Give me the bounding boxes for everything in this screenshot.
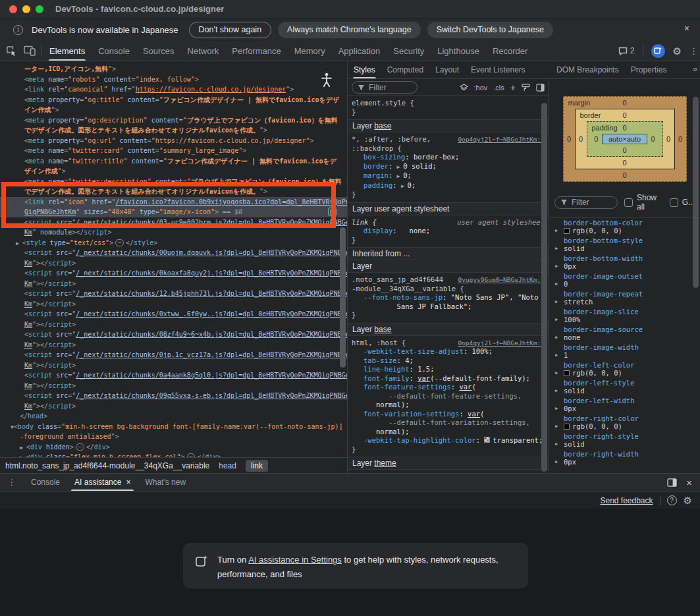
checkbox-icon[interactable] (624, 198, 633, 207)
stylesheet-source-link[interactable]: 0op4qyj2l~f⋯NBGeJhtKm:1 (458, 339, 545, 348)
expand-arrow-icon[interactable]: ▶ (555, 370, 558, 378)
computed-property[interactable]: border-bottom-width0px▶ (549, 254, 700, 271)
css-declaration[interactable]: margin: ▶ 0; (352, 171, 545, 181)
dom-tree-row[interactable]: <script src="/_next/static/chunks/00uojm… (0, 248, 347, 258)
resource-link[interactable]: /favicon.ico?favicon.0b9xijyoqosba.ico?d… (116, 198, 347, 206)
styles-pane-scrollbar[interactable] (541, 103, 547, 472)
resource-link[interactable]: Km (24, 280, 32, 287)
css-declaration[interactable]: box-sizing: border-box; (352, 153, 545, 162)
expand-arrow-icon[interactable]: ▶ (555, 441, 558, 449)
sidebar-tab-properties[interactable]: Properties (625, 61, 673, 78)
section-link[interactable]: theme (374, 459, 396, 468)
dom-tree-row[interactable]: Km"></script> (0, 360, 347, 371)
dom-tree-row[interactable]: Km"></script> (0, 340, 347, 350)
dom-tree-row[interactable]: Km"></script> (0, 381, 347, 391)
css-rule[interactable]: element.style {} (348, 96, 549, 120)
dom-tree-row[interactable]: でデザイン作成。図形とテキストを組み合わせてオリジナルfaviconを作成。"> (0, 125, 347, 136)
resource-link[interactable]: Km (24, 300, 32, 308)
stylesheet-source-link[interactable]: user agent stylesheet (457, 218, 545, 227)
resource-link[interactable]: /_next/static/chunks/09q55vxa-s-eb.js?dp… (76, 392, 347, 399)
dom-tree-row[interactable]: <link rel="canonical" href="https://favi… (0, 84, 347, 95)
dom-tree-row[interactable]: ▶ <div hidden>⋯</div> (0, 442, 347, 453)
dom-tree-row[interactable]: Km" nomodule></script> (0, 227, 347, 238)
css-rule[interactable]: 0vugys96um0⋯NBGeJhtKm:1.noto_sans_jp_ad4… (348, 273, 549, 323)
computed-property[interactable]: border-image-width1▶ (549, 343, 700, 360)
dom-tree-row[interactable]: Km"></script> (0, 279, 347, 289)
box-model-diagram[interactable]: margin0 0 border0 0 padding0 0 auto×auto (549, 79, 700, 182)
tab-lighthouse[interactable]: Lighthouse (431, 41, 486, 61)
resource-link[interactable]: https://favicon.c-cloud.co.jp/designer (136, 86, 286, 93)
css-declaration[interactable]: font-family: var(--default-font-family); (352, 374, 545, 383)
ai-settings-link[interactable]: AI assistance in Settings (248, 555, 342, 565)
dom-tree-row[interactable]: ▶ <div class="flex min-h-screen flex-col… (0, 452, 347, 457)
sidebar-tab-event-listeners[interactable]: Event Listeners (465, 61, 531, 78)
dom-tree-row[interactable]: <meta property="og:url" content="https:/… (0, 136, 347, 146)
accessibility-person-icon[interactable] (319, 72, 334, 88)
styles-section-header[interactable]: Layer (348, 260, 549, 273)
computed-property[interactable]: border-right-stylesolid▶ (549, 432, 700, 449)
dom-tree-row[interactable]: <script src="/_next/static/chunks/08zf4u… (0, 329, 347, 340)
expand-arrow-icon[interactable]: ▶ (555, 405, 558, 413)
toggle-classes-button[interactable]: .cls (493, 84, 504, 92)
expand-arrow-icon[interactable]: ▶ (20, 445, 26, 451)
drawer-tab-what-s-new[interactable]: What's new (138, 474, 193, 491)
computed-property[interactable]: border-left-colorrgb(0, 0, 0)▶ (549, 360, 700, 378)
resource-link[interactable]: Km (24, 341, 32, 349)
match-language-button[interactable]: Always match Chrome's language (278, 22, 421, 38)
css-declaration[interactable]: padding: ▶ 0; (352, 181, 545, 191)
css-declaration[interactable]: border: ▶ 0 solid; (352, 162, 545, 172)
sidebar-tab-computed[interactable]: Computed (381, 61, 429, 78)
resource-link[interactable]: /_next/static/chunks/03-uc9e802brm.js?dp… (76, 219, 347, 226)
computed-property[interactable]: border-right-colorrgb(0, 0, 0)▶ (549, 414, 700, 432)
resource-link[interactable]: /_next/static/chunks/0a4aank8q5ql0.js?dp… (76, 372, 347, 379)
dom-tree-scrollbar[interactable] (340, 227, 346, 368)
dom-tree-row[interactable]: <meta name="twitter:title" content="ファビコ… (0, 156, 347, 167)
dom-tree-row[interactable]: Km"></script> (0, 401, 347, 412)
breadcrumb-item-html[interactable]: html.noto_sans_jp_ad4f6644-module__34qXG… (5, 461, 209, 470)
computed-property[interactable]: border-top-colorrgb(0, 0, 0)▶ (549, 467, 700, 468)
tab-console[interactable]: Console (92, 41, 136, 61)
infobar-close-icon[interactable]: × (684, 24, 689, 33)
dom-tree-row[interactable]: QiqPNBGeJhtKm" sizes="48x48" type="image… (0, 207, 347, 217)
dont-show-again-button[interactable]: Don't show again (189, 22, 272, 38)
expand-arrow-icon[interactable]: ▶ (555, 334, 558, 342)
more-options-kebab-icon[interactable]: ⋮ (689, 46, 693, 56)
expand-arrow-icon[interactable]: ▶ (555, 352, 558, 360)
dom-tree-row[interactable]: イン作成"> (0, 105, 347, 115)
expand-arrow-icon[interactable]: ▶ (555, 245, 558, 253)
show-all-checkbox[interactable]: Show all (624, 193, 663, 211)
sidebar-panel-toggle-icon[interactable] (536, 84, 545, 92)
maximize-window-button[interactable] (36, 5, 43, 13)
resource-link[interactable]: /_next/static/chunks/0jp.1c_vcz17a.js?dp… (76, 351, 347, 358)
inline-expand-icon[interactable]: ⋯ (115, 239, 124, 246)
settings-gear-icon[interactable]: ⚙ (673, 46, 682, 56)
breadcrumb-item-link[interactable]: link (246, 460, 268, 472)
toggle-layers-icon[interactable] (460, 84, 468, 92)
css-declaration[interactable]: -webkit-text-size-adjust: 100%; (352, 347, 545, 356)
styles-filter-input[interactable]: Filter (352, 81, 417, 94)
css-rule[interactable]: user agent stylesheetlink {display: none… (348, 215, 549, 248)
css-declaration[interactable]: tab-size: 4; (352, 356, 545, 366)
tab-sources[interactable]: Sources (136, 41, 181, 61)
new-style-rule-button[interactable]: + (510, 82, 516, 93)
tab-performance[interactable]: Performance (225, 41, 287, 61)
dom-tree-row[interactable]: <meta name="twitter:card" content="summa… (0, 146, 347, 156)
css-var-link[interactable]: var (417, 374, 430, 382)
css-rule[interactable]: 0op4qyj2l~f⋯NBGeJhtKm:1html, :host {-web… (348, 336, 549, 458)
close-drawer-icon[interactable]: × (686, 477, 692, 488)
expand-arrow-icon[interactable]: ▶ (555, 459, 558, 466)
css-var-link[interactable]: var (468, 410, 480, 418)
resource-link[interactable]: Km (24, 362, 32, 369)
computed-property[interactable]: border-image-slice100%▶ (549, 307, 700, 325)
computed-property[interactable]: border-bottom-stylesolid▶ (549, 236, 700, 254)
color-swatch[interactable] (564, 228, 570, 234)
ai-settings-gear-icon[interactable]: ⚙ (684, 495, 692, 505)
dom-tree-row[interactable]: <script src="/_next/static/chunks/0xtww_… (0, 309, 347, 320)
css-declaration[interactable]: --font-noto-sans-jp: "Noto Sans JP", "No… (352, 293, 545, 311)
dom-tree-row[interactable]: <meta name="twitter:description" content… (0, 177, 347, 187)
dom-tree-row[interactable]: ザイン作成"> (0, 166, 347, 177)
computed-property[interactable]: border-image-sourcenone▶ (549, 325, 700, 343)
inspect-element-icon[interactable] (6, 45, 17, 57)
computed-property[interactable]: border-bottom-colorrgb(0, 0, 0)▶ (549, 218, 700, 236)
dom-tree-row[interactable]: でデザイン作成。図形とテキストを組み合わせてオリジナルfaviconを作成。"> (0, 186, 347, 197)
